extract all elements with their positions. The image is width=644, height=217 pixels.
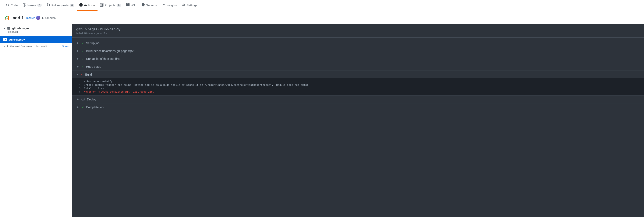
log-line-num: 6 [76, 90, 80, 93]
log-line-num: 1 [76, 80, 80, 83]
close-icon: ✕ [4, 38, 7, 41]
nav-insights-label: Insights [166, 4, 177, 7]
main-layout: Octotree ▼ github pages on: push ✕ build… [0, 24, 644, 217]
step-setup-job[interactable]: ✓ Set up job [72, 39, 644, 47]
projects-badge: 0 [116, 4, 121, 7]
log-line[interactable]: 1 ▶ Run hugo --minify [72, 80, 644, 83]
workflow-icon [7, 27, 10, 30]
step-deploy[interactable]: ○ Deploy [72, 96, 644, 103]
nav-issues-label: Issues [27, 4, 36, 7]
nav-issues[interactable]: Issues 0 [20, 0, 44, 11]
step-name: Set up job [86, 41, 100, 45]
settings-icon [182, 3, 185, 7]
workflow-path: github pages / build-deploy [76, 27, 640, 31]
step-complete-job[interactable]: ✓ Complete job [72, 103, 644, 111]
pr-badge: 0 [70, 4, 74, 7]
status-success-icon: ✓ [82, 65, 84, 68]
workflow-title-bar: github pages / build-deploy failed 26 da… [72, 24, 644, 38]
complete-step-name: Complete job [86, 106, 104, 109]
workflow-collapse-icon: ▼ [4, 27, 6, 30]
nav-actions-label: Actions [84, 4, 95, 7]
status-success-icon: ✓ [82, 106, 84, 109]
code-icon [6, 3, 9, 7]
build-step-header[interactable]: ✕ Build [72, 71, 644, 78]
nav-projects[interactable]: Projects 0 [98, 0, 124, 11]
status-success-icon: ✓ [82, 41, 84, 45]
branch-arrow-icon: ◆ [42, 16, 44, 20]
build-section: ✕ Build 1 ▶ Run hugo --minify 4 [72, 71, 644, 96]
sidebar: Octotree ▼ github pages on: push ✕ build… [0, 24, 72, 217]
nav-security-label: Security [146, 4, 157, 7]
expand-icon [76, 58, 79, 60]
log-line-content: ##[error]Process completed with exit cod… [84, 90, 640, 93]
branch-link[interactable]: master [26, 16, 35, 20]
step-name: Build peaceiris/actions-gh-pages@v2 [86, 49, 135, 53]
status-success-icon: ✓ [82, 49, 84, 53]
nav-settings-label: Settings [186, 4, 197, 7]
expand-icon [76, 98, 79, 100]
top-nav: Code Issues 0 Pull requests 0 Actions Pr… [0, 0, 644, 11]
nav-insights[interactable]: Insights [160, 0, 179, 11]
log-line-content: ▶ Run hugo --minify [84, 80, 640, 83]
show-link[interactable]: Show [62, 45, 68, 48]
issues-badge: 0 [37, 4, 42, 7]
sidebar-active-job[interactable]: ✕ build-deploy [0, 36, 72, 43]
actions-icon [79, 3, 83, 7]
workflow-header[interactable]: ▼ github pages [4, 27, 68, 30]
insights-icon [162, 3, 165, 7]
log-line-num: 5 [76, 87, 80, 90]
content-area: github pages / build-deploy failed 26 da… [72, 24, 644, 217]
issues-icon [23, 3, 26, 7]
log-line-num: 4 [76, 84, 80, 87]
expand-icon [76, 106, 79, 108]
expand-icon [76, 42, 79, 44]
avatar [36, 16, 40, 20]
skip-circle-icon: ○ [82, 98, 85, 101]
nav-security[interactable]: Security [139, 0, 160, 11]
step-build-gh-pages[interactable]: ✓ Build peaceiris/actions-gh-pages@v2 [72, 47, 644, 55]
projects-icon [100, 3, 104, 7]
repo-title: add 1 [13, 16, 24, 20]
log-line[interactable]: 5 Total in 0 ms [72, 87, 644, 90]
active-job-label: build-deploy [8, 38, 25, 41]
nav-pull-requests[interactable]: Pull requests 0 [44, 0, 77, 11]
deploy-step-name: Deploy [87, 98, 96, 101]
step-name: Hugo setup [86, 65, 101, 68]
security-icon [142, 3, 145, 7]
log-line-content: Total in 0 ms [84, 87, 640, 90]
run-triangle-icon: ▶ [84, 81, 85, 83]
sidebar-workflow: ▼ github pages on: push [0, 24, 72, 36]
nav-code[interactable]: Code [4, 0, 20, 11]
nav-wiki-label: Wiki [131, 4, 136, 7]
expand-icon: ► [4, 46, 6, 48]
build-step-name: Build [85, 73, 92, 76]
step-hugo-setup[interactable]: ✓ Hugo setup [72, 63, 644, 71]
other-workflows-text: 1 other workflow ran on this commit [7, 45, 62, 48]
commit-hash: ba5e0d6 [45, 16, 56, 20]
nav-settings[interactable]: Settings [179, 0, 200, 11]
wiki-icon [126, 3, 130, 7]
repo-header: add 1 master ◆ ba5e0d6 [0, 11, 644, 24]
status-success-icon: ✓ [82, 57, 84, 61]
other-workflows-row: ► 1 other workflow ran on this commit Sh… [0, 43, 72, 50]
workflow-trigger: on: push [4, 30, 68, 33]
nav-projects-label: Projects [105, 4, 116, 7]
log-line-content: Error: module "coder" not found; either … [84, 84, 640, 87]
step-checkout[interactable]: ✓ Run actions/checkout@v1 [72, 55, 644, 63]
log-line[interactable]: 6 ##[error]Process completed with exit c… [72, 90, 644, 94]
nav-code-label: Code [10, 4, 18, 7]
github-logo [4, 15, 10, 21]
steps-container: ✓ Set up job ✓ Build peaceiris/actions-g… [72, 38, 644, 113]
svg-point-0 [4, 15, 10, 21]
status-error-icon: ✕ [80, 73, 83, 76]
commit-info: master ◆ ba5e0d6 [26, 16, 56, 20]
pr-icon [47, 3, 50, 7]
nav-pr-label: Pull requests [52, 4, 69, 7]
workflow-meta: failed 26 days ago in 11s [76, 32, 640, 35]
nav-wiki[interactable]: Wiki [124, 0, 139, 11]
log-line[interactable]: 4 Error: module "coder" not found; eithe… [72, 83, 644, 87]
step-name: Run actions/checkout@v1 [86, 57, 120, 61]
log-container: 1 ▶ Run hugo --minify 4 Error: module "c… [72, 78, 644, 95]
nav-actions[interactable]: Actions [77, 0, 97, 11]
workflow-name-label: github pages [12, 27, 30, 30]
